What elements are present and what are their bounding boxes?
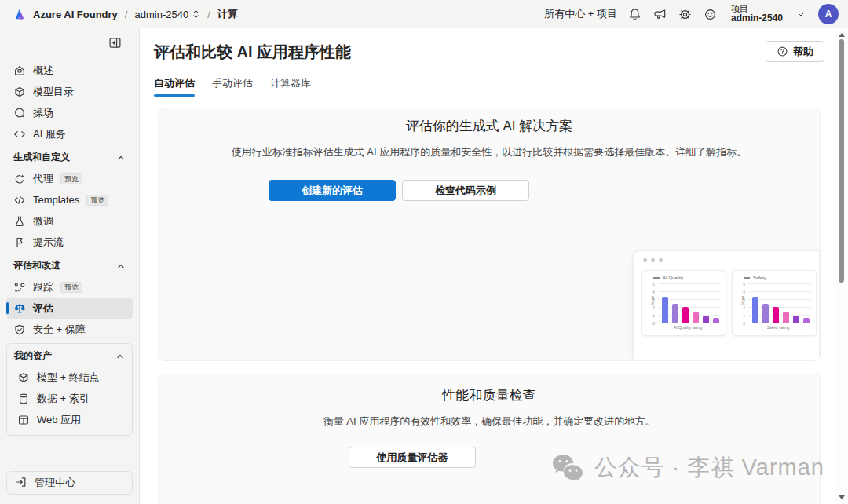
- breadcrumb-separator: /: [125, 9, 128, 20]
- sidebar-item-models-endpoints[interactable]: 模型 + 终结点: [10, 367, 129, 388]
- tab-automated-evaluation[interactable]: 自动评估: [154, 76, 195, 97]
- azure-ai-foundry-logo: [13, 8, 26, 21]
- window-dots-icon: [643, 258, 663, 262]
- bar: [672, 304, 678, 323]
- chevron-up-icon: [117, 262, 125, 270]
- bar: [693, 312, 699, 323]
- web-app-icon: [17, 414, 30, 426]
- settings-gear-icon[interactable]: [678, 7, 693, 22]
- bar: [803, 318, 810, 323]
- x-axis-label: AI Quality rating: [660, 325, 715, 329]
- sidebar-section-assess-improve[interactable]: 评估和改进: [0, 255, 139, 276]
- bar: [703, 316, 709, 323]
- bar: [713, 318, 719, 323]
- tracing-icon: [13, 281, 26, 294]
- bar: [793, 316, 799, 323]
- emoji-smiley-icon[interactable]: [703, 7, 718, 22]
- sidebar-item-management-center[interactable]: 管理中心: [6, 471, 133, 495]
- sidebar-item-evaluation[interactable]: 评估: [6, 298, 133, 319]
- sidebar-item-label: 微调: [33, 214, 53, 228]
- sidebar: 概述 模型目录 操场 AI 服务 生成和自定义 代理 预览 Templates …: [0, 28, 140, 504]
- evaluate-solutions-card: 评估你的生成式 AI 解决方案 使用行业标准指标评估生成式 AI 应用程序的质量…: [158, 108, 821, 361]
- safety-mini-chart: Safety Score 012345 Safety rating: [732, 270, 817, 336]
- chevron-down-icon[interactable]: [793, 7, 808, 22]
- feedback-megaphone-icon[interactable]: [652, 7, 667, 22]
- sidebar-item-model-catalog[interactable]: 模型目录: [6, 81, 133, 102]
- tab-manual-evaluation[interactable]: 手动评估: [212, 76, 253, 97]
- sidebar-item-safety-security[interactable]: 安全 + 保障: [6, 319, 133, 340]
- card-description: 使用行业标准指标评估生成式 AI 应用程序的质量和安全性，以进行比较并根据需要选…: [159, 145, 820, 159]
- panel-collapse-icon[interactable]: [108, 36, 122, 53]
- create-new-evaluation-button[interactable]: 创建新的评估: [269, 180, 396, 201]
- models-endpoints-icon: [17, 371, 30, 384]
- sidebar-section-build-customize[interactable]: 生成和自定义: [0, 147, 139, 168]
- shield-check-icon: [13, 323, 26, 336]
- avatar[interactable]: A: [818, 4, 839, 24]
- sidebar-item-label: 安全 + 保障: [33, 323, 86, 337]
- preview-badge: 预览: [60, 282, 82, 293]
- sidebar-section-my-assets-box: 我的资产 模型 + 终结点 数据 + 索引 Web 应用: [6, 343, 133, 436]
- project-switcher[interactable]: 项目 admin-2540: [731, 4, 783, 24]
- legend-dash-icon: [653, 277, 660, 279]
- preview-badge: 预览: [86, 195, 108, 206]
- sidebar-item-label: Templates: [33, 194, 79, 206]
- sidebar-item-agents[interactable]: 代理 预览: [6, 168, 133, 189]
- main-content: 评估和比较 AI 应用程序性能 帮助 自动评估 手动评估 计算器库 评估你的生成…: [140, 28, 848, 504]
- performance-quality-card: 性能和质量检查 衡量 AI 应用程序的有效性和效率，确保最佳功能，并确定要改进的…: [158, 374, 821, 504]
- project-name: admin-2540: [731, 13, 783, 24]
- app-title[interactable]: Azure AI Foundry: [33, 9, 118, 20]
- sidebar-item-label: 模型 + 终结点: [37, 371, 100, 385]
- card-title: 性能和质量检查: [159, 386, 820, 404]
- bar: [682, 307, 689, 323]
- prompt-flow-icon: [13, 236, 26, 249]
- sidebar-item-data-indexes[interactable]: 数据 + 索引: [10, 388, 129, 409]
- legend-label: Safety: [753, 276, 766, 280]
- sidebar-item-label: AI 服务: [33, 127, 66, 141]
- sidebar-section-my-assets[interactable]: 我的资产: [7, 345, 132, 367]
- agents-icon: [13, 173, 26, 185]
- bar: [662, 297, 668, 323]
- sidebar-item-label: 管理中心: [35, 476, 75, 490]
- help-button[interactable]: 帮助: [766, 41, 824, 62]
- tab-bar: 自动评估 手动评估 计算器库: [154, 76, 848, 97]
- view-code-samples-button[interactable]: 检查代码示例: [402, 180, 529, 201]
- sidebar-item-prompt-flow[interactable]: 提示流: [6, 232, 133, 253]
- scroll-up-arrow-icon[interactable]: [839, 33, 845, 37]
- sidebar-item-tracing[interactable]: 跟踪 预览: [6, 276, 133, 298]
- sidebar-item-label: 代理: [33, 172, 53, 186]
- breadcrumb-project[interactable]: admin-2540: [134, 9, 200, 20]
- sidebar-item-fine-tuning[interactable]: 微调: [6, 210, 133, 232]
- sidebar-item-label: 数据 + 索引: [37, 392, 90, 406]
- bar: [762, 304, 769, 323]
- card-description: 衡量 AI 应用程序的有效性和效率，确保最佳功能，并确定要改进的地方。: [159, 415, 820, 429]
- management-center-icon: [15, 476, 27, 491]
- all-hubs-projects-link[interactable]: 所有中心 + 项目: [544, 7, 617, 21]
- sidebar-item-playground[interactable]: 操场: [6, 102, 133, 123]
- sidebar-item-label: 操场: [33, 106, 53, 120]
- sidebar-item-web-apps[interactable]: Web 应用: [10, 409, 129, 430]
- model-catalog-icon: [13, 86, 26, 98]
- sidebar-item-overview[interactable]: 概述: [6, 60, 133, 81]
- top-bar: Azure AI Foundry / admin-2540 / 计算 所有中心 …: [0, 0, 848, 28]
- code-template-icon: [13, 194, 26, 206]
- use-quality-evaluators-button[interactable]: 使用质量评估器: [349, 447, 476, 468]
- sidebar-item-ai-services[interactable]: AI 服务: [6, 123, 133, 144]
- breadcrumb-separator: /: [207, 9, 210, 20]
- scrollbar-thumb[interactable]: [839, 39, 844, 283]
- vertical-scrollbar[interactable]: [835, 28, 848, 504]
- scroll-down-arrow-icon[interactable]: [839, 495, 845, 499]
- fine-tuning-flask-icon: [13, 215, 26, 228]
- sidebar-item-label: 评估: [33, 301, 53, 316]
- evaluation-scales-icon: [13, 302, 26, 315]
- data-index-icon: [17, 393, 30, 405]
- breadcrumb-switcher-icon: [192, 9, 200, 20]
- sidebar-item-label: 模型目录: [33, 85, 74, 99]
- breadcrumb-page[interactable]: 计算: [217, 7, 238, 21]
- tab-evaluator-library[interactable]: 计算器库: [270, 76, 311, 97]
- legend-dash-icon: [744, 277, 750, 279]
- sidebar-item-templates[interactable]: Templates 预览: [6, 189, 133, 210]
- sidebar-item-label: 概述: [33, 64, 53, 78]
- chevron-up-icon: [116, 352, 124, 360]
- notifications-bell-icon[interactable]: [627, 7, 642, 22]
- selected-indicator: [6, 302, 9, 314]
